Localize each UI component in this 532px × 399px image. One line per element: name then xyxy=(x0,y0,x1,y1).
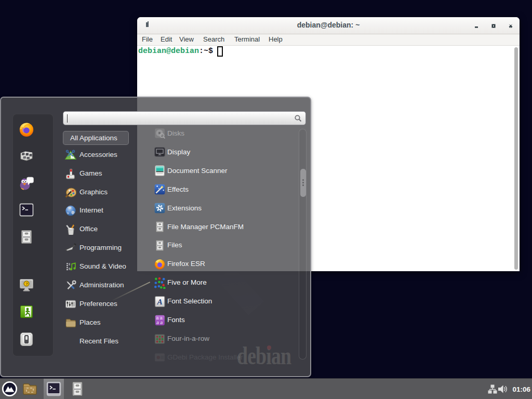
svg-text:a a: a a xyxy=(156,320,163,325)
svg-text:?: ? xyxy=(25,282,28,286)
svg-text:A: A xyxy=(157,297,163,306)
